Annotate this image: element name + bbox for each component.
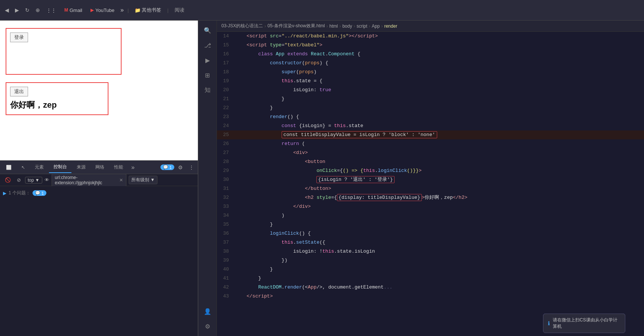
code-line-37: 37 this.setState({ (217, 238, 644, 247)
breadcrumb-item-5[interactable]: App (372, 24, 380, 29)
cursor-icon: ↖ (21, 165, 25, 170)
code-line-35: 35 } (217, 220, 644, 229)
line-number-29: 29 (217, 166, 235, 175)
tab-sources[interactable]: 来源 (72, 162, 90, 173)
bookmarks-more[interactable]: » (120, 7, 124, 13)
forward-button[interactable]: ▶ (13, 6, 21, 15)
loggedin-box: 退出 你好啊，zep (6, 82, 108, 115)
line-number-33: 33 (217, 202, 235, 211)
line-number-40: 40 (217, 265, 235, 274)
tab-inspect[interactable]: ⬜ (1, 163, 16, 172)
line-content-42: ReactDOM.render(<App/>, document.getElem… (235, 283, 644, 292)
breadcrumb-sep-1: › (326, 24, 328, 29)
line-content-35: } (235, 220, 644, 229)
code-line-42: 42 ReactDOM.render(<App/>, document.getE… (217, 283, 644, 292)
code-line-29: 29 onClick={() => {this.loginClick()}}> (217, 166, 644, 175)
sidebar-search[interactable]: 🔍 (201, 24, 214, 37)
youtube-bookmark[interactable]: ▶ YouTube (88, 6, 117, 14)
code-line-28: 28 <button (217, 157, 644, 166)
eye-button[interactable]: 👁 (45, 177, 49, 183)
code-line-26: 26 return ( (217, 139, 644, 148)
issues-label: 1 个问题： (9, 190, 30, 196)
breadcrumb-item-1[interactable]: 05-条件渲染v-show效果.html (267, 23, 325, 29)
tab-elements[interactable]: 元素 (30, 162, 48, 173)
sidebar-git[interactable]: ⎇ (201, 38, 214, 52)
breadcrumb-item-0[interactable]: 03-JSX的核心语法二 (221, 23, 263, 29)
highlight-box: {display: titleDisplayValue} (337, 194, 421, 201)
gmail-label: Gmail (70, 7, 82, 13)
tab-network[interactable]: 网络 (91, 162, 109, 173)
line-number-21: 21 (217, 95, 235, 104)
sidebar-extensions[interactable]: ⊞ (201, 68, 214, 82)
line-number-43: 43 (217, 292, 235, 301)
preview-area: 登录 退出 你好啊，zep (0, 21, 198, 160)
sidebar-account[interactable]: 👤 (201, 305, 214, 318)
log-level-select[interactable]: 所有级别 ▼ (129, 176, 157, 184)
apps-button[interactable]: ⋮⋮ (44, 6, 58, 14)
logout-button[interactable]: 退出 (10, 87, 28, 96)
tooltip-3: ℹ 请在微信上扫CS课由从小白学计算机 (543, 314, 625, 333)
sidebar-zhi[interactable]: 知 (201, 83, 214, 97)
line-number-22: 22 (217, 104, 235, 112)
breadcrumb-item-4[interactable]: script (356, 24, 367, 29)
reload-button[interactable]: ↻ (23, 6, 31, 15)
more-tabs-button[interactable]: » (128, 162, 138, 173)
code-line-32: 32 <h2 style={{display: titleDisplayValu… (217, 193, 644, 202)
line-number-39: 39 (217, 256, 235, 265)
browser-bar: ◀ ▶ ↻ ⊕ ⋮⋮ M Gmail ▶ YouTube » | 📁 其他书签 … (0, 0, 644, 21)
line-number-15: 15 (217, 41, 235, 50)
code-line-39: 39 }) (217, 256, 644, 265)
tooltip-text-3: 请在微信上扫CS课由从小白学计算机 (553, 317, 620, 330)
code-line-34: 34 ) (217, 211, 644, 220)
gmail-bookmark[interactable]: M Gmail (62, 6, 85, 14)
console-label: 控制台 (53, 164, 67, 169)
tab-console[interactable]: 控制台 (49, 161, 71, 173)
context-chevron: ▼ (35, 178, 40, 183)
code-area[interactable]: 14 <script src="../react/babel.min.js"><… (217, 32, 644, 336)
sidebar-run[interactable]: ▶ (201, 53, 214, 67)
stop-button[interactable]: ⊘ (15, 176, 23, 184)
code-line-27: 27 <div> (217, 148, 644, 157)
code-editor: 03-JSX的核心语法二 › 05-条件渲染v-show效果.html › ht… (217, 21, 644, 336)
tab-performance[interactable]: 性能 (110, 162, 128, 173)
gmail-icon: M (64, 7, 68, 13)
line-content-34: ) (235, 211, 644, 220)
clear-console-button[interactable]: 🚫 (3, 176, 13, 184)
breadcrumb-item-3[interactable]: body (342, 24, 352, 29)
breadcrumb-sep-4: › (369, 24, 370, 29)
reader-mode-button[interactable]: 阅读 (172, 6, 187, 15)
other-bookmarks[interactable]: 📁 其他书签 (132, 6, 163, 15)
line-content-20: isLogin: true (235, 86, 644, 95)
issue-num: 1 (169, 165, 172, 170)
login-box: 登录 (6, 28, 122, 75)
line-number-18: 18 (217, 68, 235, 77)
breadcrumb-item-2[interactable]: html (329, 24, 338, 29)
more-options-button[interactable]: ⋮ (187, 163, 196, 172)
new-tab-button[interactable]: ⊕ (34, 6, 42, 15)
apps-icon: ⋮⋮ (46, 7, 56, 13)
greeting-text: 你好啊，zep (10, 99, 104, 111)
filter-clear-button[interactable]: ✕ (119, 178, 123, 183)
highlight-box: {isLogin ? '退出' : '登录'} (316, 176, 394, 183)
line-number-32: 32 (217, 193, 235, 202)
filter-input-value[interactable]: url:chrome-extension://jgphnjokjhjlc (55, 175, 119, 185)
line-content-22: } (235, 104, 644, 112)
breadcrumb-sep-5: › (381, 24, 383, 29)
sidebar-settings[interactable]: ⚙ (201, 320, 214, 333)
line-number-31: 31 (217, 184, 235, 193)
issue-badge[interactable]: 💬 1 (33, 190, 46, 196)
code-line-22: 22 } (217, 104, 644, 112)
issue-count-badge[interactable]: 💬 1 (160, 164, 174, 170)
back-button[interactable]: ◀ (3, 6, 11, 15)
code-line-19: 19 this.state = { (217, 77, 644, 86)
settings-button[interactable]: ⚙ (176, 163, 185, 172)
login-button[interactable]: 登录 (10, 33, 28, 42)
tooltip-info-icon-3: ℹ (548, 320, 550, 326)
code-line-38: 38 isLogin: !this.state.isLogin (217, 247, 644, 256)
code-line-15: 15 <script type="text/babel"> (217, 41, 644, 50)
context-selector[interactable]: top ▼ (25, 177, 42, 184)
tab-cursor[interactable]: ↖ (17, 163, 30, 172)
line-content-41: } (235, 274, 644, 283)
issue-expand[interactable]: ▶ (3, 191, 6, 196)
code-line-20: 20 isLogin: true (217, 86, 644, 95)
